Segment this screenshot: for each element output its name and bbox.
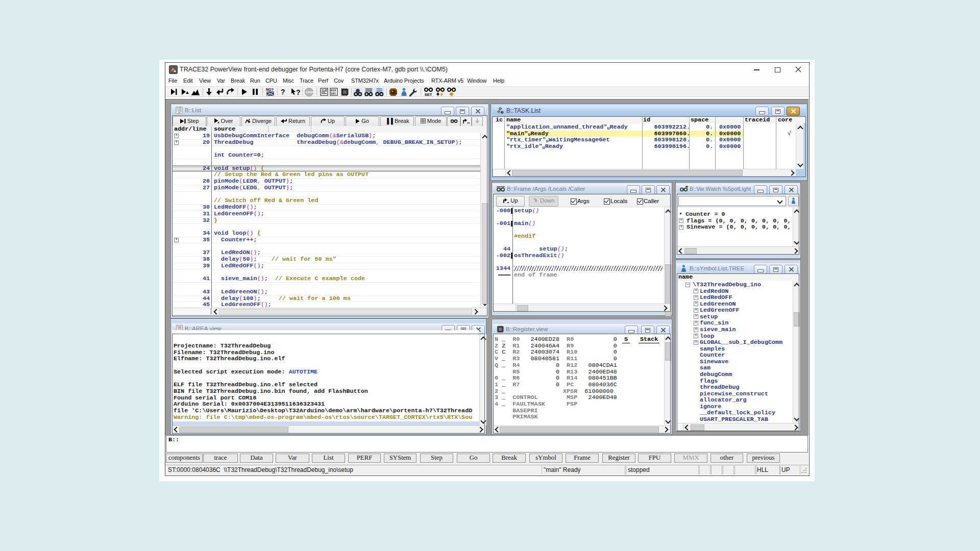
svg-text:?: ? [296,88,301,96]
svg-text:NO?: NO? [266,88,274,91]
svg-text:STOP: STOP [306,91,313,94]
svg-text:101: 101 [331,92,336,95]
svg-text:SET: SET [425,92,432,96]
